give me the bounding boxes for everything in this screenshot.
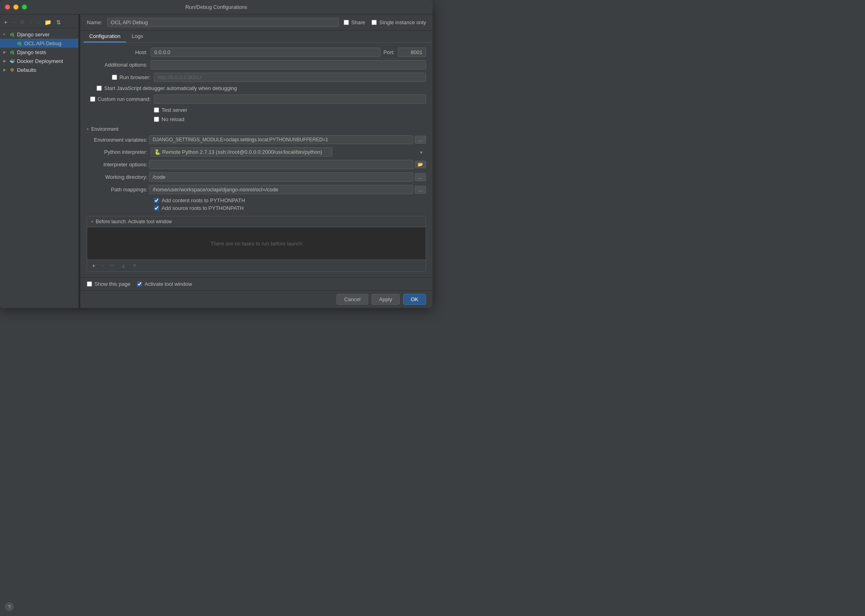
- activate-tool-window-label: Activate tool window: [145, 281, 192, 287]
- interpreter-options-row: Interpreter options: 📂: [87, 160, 426, 169]
- apply-button[interactable]: Apply: [372, 294, 400, 305]
- path-mappings-browse-button[interactable]: ...: [415, 186, 426, 194]
- sort-button[interactable]: ⇅: [55, 18, 63, 26]
- js-debugger-label: Start JavaScript debugger automatically …: [104, 85, 237, 91]
- close-button[interactable]: [5, 4, 10, 10]
- interpreter-options-input[interactable]: [149, 160, 413, 169]
- main-layout: + − ⧉ ↑ ↓ 📁 ⇅ ▾ dj Django server dj OCL …: [0, 15, 432, 308]
- run-browser-input[interactable]: [154, 73, 426, 82]
- additional-options-label: Additional options:: [87, 62, 147, 68]
- before-launch-edit-button[interactable]: ✏: [108, 262, 116, 270]
- move-up-button[interactable]: ↑: [27, 18, 34, 26]
- name-bar: Name: Share Single instance only: [80, 15, 432, 31]
- remove-config-button[interactable]: −: [10, 18, 17, 26]
- name-input[interactable]: [107, 18, 338, 27]
- no-reload-checkbox[interactable]: [154, 117, 159, 122]
- expand-arrow-icon: ▾: [3, 32, 7, 36]
- sidebar-item-django-server[interactable]: ▾ dj Django server: [0, 30, 78, 39]
- share-checkbox-label[interactable]: Share: [344, 19, 365, 25]
- single-instance-checkbox-label[interactable]: Single instance only: [372, 19, 426, 25]
- no-reload-row: No reload: [87, 116, 426, 122]
- docker-icon: 🐳: [9, 58, 15, 64]
- run-browser-checkbox[interactable]: [112, 75, 117, 80]
- django-tests-icon: dj: [9, 49, 15, 55]
- cancel-button[interactable]: Cancel: [336, 294, 368, 305]
- copy-config-button[interactable]: ⧉: [19, 18, 26, 26]
- custom-run-checkbox-label[interactable]: Custom run command:: [87, 96, 151, 102]
- add-source-roots-checkbox-label[interactable]: Add source roots to PYTHONPATH: [90, 205, 244, 211]
- show-this-page-checkbox-label[interactable]: Show this page: [87, 281, 130, 287]
- ocl-api-debug-label: OCL API Debug: [24, 40, 61, 46]
- custom-run-input[interactable]: [154, 94, 426, 104]
- port-input[interactable]: [398, 48, 426, 57]
- before-launch-label: Before launch: Activate tool window: [96, 219, 172, 224]
- working-directory-input[interactable]: [149, 172, 413, 182]
- environment-section-header[interactable]: ▾ Environment: [87, 126, 426, 132]
- sidebar-item-defaults[interactable]: ▶ ⚙ Defaults: [0, 65, 78, 74]
- run-browser-label: Run browser:: [120, 74, 151, 80]
- python-interpreter-label: Python interpreter:: [87, 149, 147, 155]
- add-content-roots-checkbox[interactable]: [154, 198, 159, 203]
- move-down-button[interactable]: ↓: [35, 18, 41, 26]
- defaults-label: Defaults: [17, 67, 36, 73]
- django-server-icon: dj: [9, 31, 15, 38]
- additional-options-input[interactable]: [151, 60, 426, 69]
- before-launch-up-button[interactable]: ▲: [119, 262, 128, 270]
- django-server-label: Django server: [17, 31, 50, 38]
- test-server-checkbox-label[interactable]: Test server: [90, 107, 187, 113]
- env-vars-row: Environment variables: DJANGO_SETTINGS_M…: [87, 135, 426, 144]
- before-launch-arrow-icon: ▾: [91, 220, 93, 224]
- expand-arrow-docker-icon: ▶: [3, 59, 7, 63]
- before-launch-down-button[interactable]: ▼: [130, 262, 139, 270]
- config-panel: Host: Port: Additional options: Run brow…: [80, 43, 432, 277]
- path-mappings-input[interactable]: [149, 185, 413, 194]
- sidebar-item-django-tests[interactable]: ▶ dj Django tests: [0, 48, 78, 57]
- sidebar-item-ocl-api-debug[interactable]: dj OCL API Debug: [0, 39, 78, 48]
- no-reload-checkbox-label[interactable]: No reload: [90, 116, 184, 122]
- tab-logs[interactable]: Logs: [126, 31, 149, 42]
- add-content-roots-checkbox-label[interactable]: Add content roots to PYTHONPATH: [90, 197, 245, 203]
- js-debugger-checkbox[interactable]: [97, 86, 102, 91]
- before-launch-add-button[interactable]: +: [90, 262, 97, 270]
- window-title: Run/Debug Configurations: [185, 4, 247, 10]
- working-directory-row: Working directory: ...: [87, 172, 426, 182]
- window-controls[interactable]: [5, 4, 27, 10]
- test-server-checkbox[interactable]: [154, 107, 159, 113]
- sidebar-item-docker-deployment[interactable]: ▶ 🐳 Docker Deployment: [0, 57, 78, 65]
- share-checkbox[interactable]: [344, 20, 349, 25]
- custom-run-label: Custom run command:: [98, 96, 151, 102]
- add-config-button[interactable]: +: [2, 18, 9, 26]
- minimize-button[interactable]: [13, 4, 19, 10]
- add-source-roots-row: Add source roots to PYTHONPATH: [87, 205, 426, 211]
- custom-run-checkbox[interactable]: [90, 96, 95, 102]
- run-browser-checkbox-label[interactable]: Run browser:: [87, 74, 151, 80]
- working-directory-browse-button[interactable]: ...: [415, 173, 426, 181]
- share-label: Share: [351, 19, 365, 25]
- before-launch-remove-button[interactable]: −: [99, 262, 106, 270]
- show-this-page-label: Show this page: [94, 281, 130, 287]
- env-vars-browse-button[interactable]: ...: [415, 136, 426, 144]
- env-vars-display: DJANGO_SETTINGS_MODULE=oclapi.settings.l…: [149, 135, 413, 144]
- name-label: Name:: [87, 19, 102, 25]
- share-area: Share Single instance only: [344, 19, 426, 25]
- folder-button[interactable]: 📁: [43, 18, 53, 26]
- test-server-row: Test server: [87, 107, 426, 113]
- custom-run-row: Custom run command:: [87, 94, 426, 104]
- ocl-api-debug-icon: dj: [16, 40, 23, 46]
- js-debugger-checkbox-label[interactable]: Start JavaScript debugger automatically …: [97, 85, 237, 91]
- activate-tool-window-checkbox-label[interactable]: Activate tool window: [137, 281, 192, 287]
- before-launch-header[interactable]: ▾ Before launch: Activate tool window: [87, 216, 426, 227]
- ok-button[interactable]: OK: [403, 294, 426, 305]
- add-source-roots-checkbox[interactable]: [154, 205, 159, 211]
- maximize-button[interactable]: [22, 4, 27, 10]
- title-bar: Run/Debug Configurations: [0, 0, 432, 15]
- tab-configuration[interactable]: Configuration: [84, 31, 126, 42]
- python-interpreter-select[interactable]: 🐍 Remote Python 2.7.13 (ssh://root@0.0.0…: [151, 147, 332, 157]
- host-input[interactable]: [151, 48, 380, 57]
- activate-tool-window-checkbox[interactable]: [137, 281, 142, 287]
- interpreter-options-folder-button[interactable]: 📂: [415, 161, 426, 168]
- show-this-page-checkbox[interactable]: [87, 281, 92, 287]
- add-source-roots-label: Add source roots to PYTHONPATH: [162, 205, 244, 211]
- single-instance-checkbox[interactable]: [372, 20, 377, 25]
- expand-arrow-defaults-icon: ▶: [3, 68, 7, 72]
